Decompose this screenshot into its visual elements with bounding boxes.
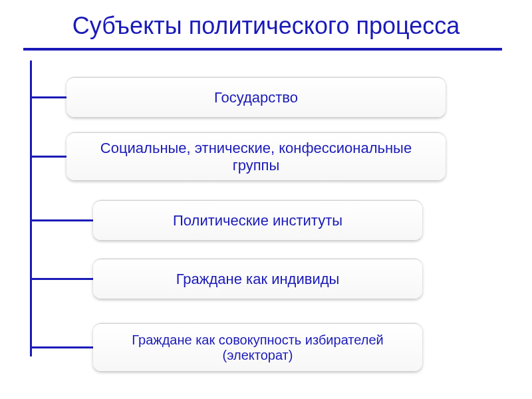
node-citizens-electorate: Граждане как совокупность избирателей (э…: [93, 323, 422, 371]
branch-3: Политические институты: [30, 200, 422, 240]
node-citizens-individuals: Граждане как индивиды: [93, 259, 422, 299]
branch-2: Социальные, этнические, конфессиональные…: [30, 132, 446, 180]
diagram-container: Государство Социальные, этнические, конф…: [30, 61, 532, 380]
connector-line: [30, 219, 93, 221]
branch-5: Граждане как совокупность избирателей (э…: [30, 323, 422, 371]
node-political-institutions: Политические институты: [93, 200, 422, 240]
title-underline: [23, 48, 502, 51]
node-social-groups: Социальные, этнические, конфессиональные…: [66, 132, 446, 180]
branch-1: Государство: [30, 77, 446, 117]
diagram-title: Субъекты политического процесса: [0, 0, 532, 48]
connector-line: [30, 346, 93, 348]
connector-line: [30, 156, 66, 158]
node-state: Государство: [66, 77, 446, 117]
branch-4: Граждане как индивиды: [30, 259, 422, 299]
connector-line: [30, 278, 93, 280]
connector-line: [30, 96, 66, 98]
